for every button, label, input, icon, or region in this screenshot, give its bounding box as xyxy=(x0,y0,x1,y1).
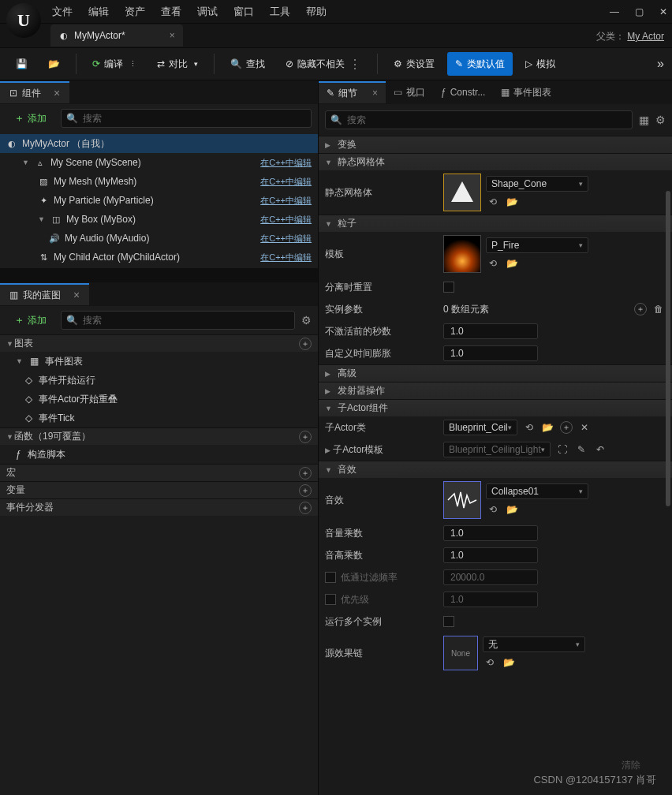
browse-asset-icon[interactable]: 📂 xyxy=(502,655,516,670)
reset-checkbox[interactable] xyxy=(443,282,454,293)
event-begin-play[interactable]: ◇事件开始运行 xyxy=(0,371,318,390)
cat-transform[interactable]: ▶变换 xyxy=(319,136,672,153)
doc-tab[interactable]: ◐ MyMyActor* × xyxy=(50,24,183,47)
cat-static-mesh[interactable]: ▼静态网格体 xyxy=(319,153,672,170)
tab-viewport[interactable]: ▭视口 xyxy=(386,81,433,103)
browse-button[interactable]: 📂 xyxy=(40,52,68,76)
tab-my-blueprint[interactable]: ▥ 我的蓝图 × xyxy=(0,283,89,305)
menu-debug[interactable]: 调试 xyxy=(197,5,218,19)
cat-advanced[interactable]: ▶高级 xyxy=(319,364,672,382)
browse-asset-icon[interactable]: 📂 xyxy=(505,256,519,271)
tab-close-icon[interactable]: × xyxy=(54,87,60,99)
sound-thumb[interactable] xyxy=(443,481,481,519)
event-graph-item[interactable]: ▼▦事件图表 xyxy=(0,352,318,371)
component-scene[interactable]: ▼▵My Scene (MyScene)在C++中编辑 xyxy=(0,153,318,172)
browse-asset-icon[interactable]: 📂 xyxy=(505,195,519,209)
use-selected-icon[interactable]: ⟲ xyxy=(486,195,500,209)
overflow-icon[interactable]: » xyxy=(657,57,664,71)
menu-window[interactable]: 窗口 xyxy=(233,5,254,19)
cat-child-actor[interactable]: ▼子Actor组件 xyxy=(319,399,672,416)
use-selected-icon[interactable]: ⟲ xyxy=(486,502,500,517)
components-search[interactable]: 🔍 搜索 xyxy=(61,109,312,128)
child-class-combo[interactable]: Blueprint_Ceil▾ xyxy=(443,420,517,435)
compile-button[interactable]: ⟳编译⋮ xyxy=(84,52,144,76)
edit-cpp-link[interactable]: 在C++中编辑 xyxy=(260,176,312,188)
static-mesh-combo[interactable]: Shape_Cone▾ xyxy=(486,176,588,192)
multi-instance-checkbox[interactable] xyxy=(443,616,454,627)
none-thumb[interactable]: None xyxy=(443,636,478,670)
section-variables[interactable]: 变量＋ xyxy=(0,481,318,498)
tab-details[interactable]: ✎细节× xyxy=(319,81,386,103)
section-graphs[interactable]: ▼图表＋ xyxy=(0,334,318,352)
details-scrollbar[interactable] xyxy=(666,191,670,506)
section-macros[interactable]: 宏＋ xyxy=(0,464,318,481)
menu-view[interactable]: 查看 xyxy=(161,5,181,19)
priority-checkbox[interactable] xyxy=(325,594,336,605)
menu-file[interactable]: 文件 xyxy=(52,5,73,19)
component-child-actor[interactable]: ⇅My Child Actor (MyChildActor)在C++中编辑 xyxy=(0,248,318,267)
menu-edit[interactable]: 编辑 xyxy=(88,5,109,19)
pitch-field[interactable]: 1.0 xyxy=(443,547,538,563)
cat-sound[interactable]: ▼音效 xyxy=(319,461,672,478)
parent-link[interactable]: My Actor xyxy=(627,31,664,42)
priority-field[interactable]: 1.0 xyxy=(443,592,538,607)
class-settings-button[interactable]: ⚙类设置 xyxy=(386,52,442,76)
browse-asset-icon[interactable]: 📂 xyxy=(505,502,519,517)
bp-search[interactable]: 🔍 搜索 xyxy=(61,311,295,330)
component-particle[interactable]: ✦My Particle (MyParticle)在C++中编辑 xyxy=(0,191,318,210)
simulate-button[interactable]: ▷模拟 xyxy=(517,52,563,76)
maximize-icon[interactable]: ▢ xyxy=(635,6,644,17)
edit-cpp-link[interactable]: 在C++中编辑 xyxy=(260,252,312,263)
cat-particles[interactable]: ▼粒子 xyxy=(319,215,672,232)
component-box[interactable]: ▼◫My Box (MyBox)在C++中编辑 xyxy=(0,210,318,229)
add-function-icon[interactable]: ＋ xyxy=(299,431,312,443)
mesh-thumb[interactable] xyxy=(443,174,481,211)
clear-array-icon[interactable]: 🗑 xyxy=(651,302,666,316)
dilation-field[interactable]: 1.0 xyxy=(443,345,538,361)
add-bp-button[interactable]: ＋添加 xyxy=(6,310,54,330)
source-chain-combo[interactable]: 无▾ xyxy=(483,636,585,652)
diff-button[interactable]: ⇄对比▾ xyxy=(149,52,206,76)
clear-button[interactable]: 清除 xyxy=(614,756,648,774)
add-variable-icon[interactable]: ＋ xyxy=(299,484,312,497)
menu-help[interactable]: 帮助 xyxy=(306,5,327,19)
component-root[interactable]: ◐ MyMyActor （自我） xyxy=(0,134,318,153)
add-array-item-icon[interactable]: ＋ xyxy=(634,303,647,315)
seconds-field[interactable]: 1.0 xyxy=(443,323,538,339)
edit-cpp-link[interactable]: 在C++中编辑 xyxy=(260,157,312,169)
tab-components[interactable]: ⊡ 组件 × xyxy=(0,81,69,103)
construct-script-item[interactable]: ƒ构造脚本 xyxy=(0,445,318,464)
hide-unrelated-button[interactable]: ⊘隐藏不相关⋮ xyxy=(278,52,369,76)
add-component-button[interactable]: ＋添加 xyxy=(6,108,54,129)
edit-cpp-link[interactable]: 在C++中编辑 xyxy=(260,233,312,244)
bp-settings-icon[interactable]: ⚙ xyxy=(301,314,312,327)
sound-combo[interactable]: Collapse01▾ xyxy=(486,483,588,499)
add-macro-icon[interactable]: ＋ xyxy=(299,467,312,480)
tab-construct[interactable]: ƒConstr... xyxy=(433,81,493,103)
tab-event-graph[interactable]: ▦事件图表 xyxy=(493,81,559,103)
cat-emitter[interactable]: ▶发射器操作 xyxy=(319,382,672,399)
add-graph-icon[interactable]: ＋ xyxy=(299,338,312,350)
edit-cpp-link[interactable]: 在C++中编辑 xyxy=(260,214,312,226)
section-functions[interactable]: ▼函数（19可覆盖）＋ xyxy=(0,427,318,445)
edit-cpp-link[interactable]: 在C++中编辑 xyxy=(260,195,312,207)
reset-icon[interactable]: ↶ xyxy=(593,442,607,457)
component-mesh[interactable]: ▨My Mesh (MyMesh)在C++中编辑 xyxy=(0,172,318,191)
event-overlap[interactable]: ◇事件Actor开始重叠 xyxy=(0,390,318,409)
browse-asset-icon[interactable]: 📂 xyxy=(541,420,555,435)
tab-close-icon[interactable]: × xyxy=(170,30,175,41)
section-dispatchers[interactable]: 事件分发器＋ xyxy=(0,498,318,516)
menu-tools[interactable]: 工具 xyxy=(270,5,290,19)
find-button[interactable]: 🔍查找 xyxy=(222,52,273,76)
lowpass-checkbox[interactable] xyxy=(325,572,336,583)
expand-icon[interactable]: ⛶ xyxy=(555,442,569,457)
close-icon[interactable]: ✕ xyxy=(659,6,667,17)
tab-close-icon[interactable]: × xyxy=(372,88,378,99)
add-icon[interactable]: ＋ xyxy=(560,421,573,434)
details-grid-icon[interactable]: ▦ xyxy=(639,114,649,126)
template-combo[interactable]: P_Fire▾ xyxy=(486,237,588,253)
menu-asset[interactable]: 资产 xyxy=(125,5,145,19)
class-defaults-button[interactable]: ✎类默认值 xyxy=(447,52,513,76)
component-audio[interactable]: 🔊My Audio (MyAudio)在C++中编辑 xyxy=(0,229,318,248)
edit-icon[interactable]: ✎ xyxy=(574,442,588,457)
